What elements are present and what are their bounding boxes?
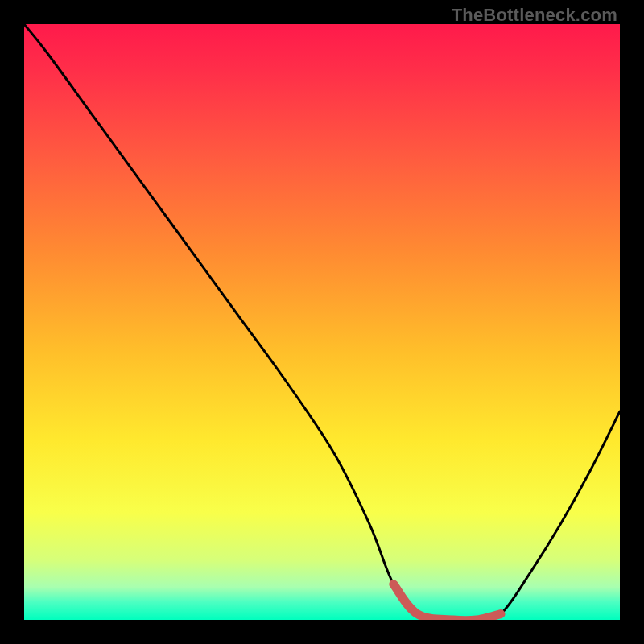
watermark-label: TheBottleneck.com: [452, 5, 617, 26]
bottleneck-chart: [24, 24, 620, 620]
chart-background: [24, 24, 620, 620]
